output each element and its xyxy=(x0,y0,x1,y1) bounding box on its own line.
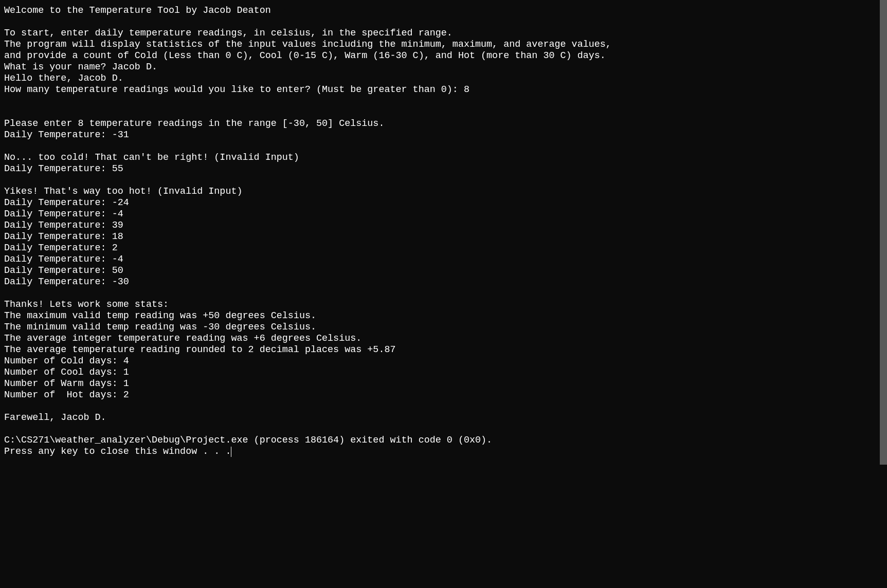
terminal-line: Welcome to the Temperature Tool by Jacob… xyxy=(4,5,883,16)
terminal-line: Press any key to close this window . . . xyxy=(4,446,883,457)
terminal-line: Daily Temperature: -30 xyxy=(4,277,883,288)
terminal-line: Daily Temperature: -31 xyxy=(4,130,883,141)
terminal-line xyxy=(4,424,883,435)
terminal-line xyxy=(4,288,883,299)
terminal-line: Thanks! Lets work some stats: xyxy=(4,299,883,310)
terminal-line: C:\CS271\weather_analyzer\Debug\Project.… xyxy=(4,435,883,446)
terminal-line: The minimum valid temp reading was -30 d… xyxy=(4,322,883,333)
terminal-line: Daily Temperature: 2 xyxy=(4,243,883,254)
terminal-line: Daily Temperature: 55 xyxy=(4,163,883,175)
terminal-line xyxy=(4,175,883,186)
terminal-line: Yikes! That's way too hot! (Invalid Inpu… xyxy=(4,186,883,197)
terminal-line xyxy=(4,16,883,28)
terminal-line: Daily Temperature: -4 xyxy=(4,254,883,265)
terminal-line: Please enter 8 temperature readings in t… xyxy=(4,118,883,130)
terminal-line: Farewell, Jacob D. xyxy=(4,412,883,424)
terminal-line: Daily Temperature: 50 xyxy=(4,265,883,277)
terminal-line xyxy=(4,107,883,118)
terminal-line: Daily Temperature: -4 xyxy=(4,209,883,220)
terminal-line: The average temperature reading rounded … xyxy=(4,344,883,356)
terminal-line: Daily Temperature: -24 xyxy=(4,197,883,209)
terminal-line: Daily Temperature: 39 xyxy=(4,220,883,231)
terminal-line: The average integer temperature reading … xyxy=(4,333,883,344)
scrollbar-track[interactable] xyxy=(880,0,887,588)
terminal-output[interactable]: Welcome to the Temperature Tool by Jacob… xyxy=(0,0,887,588)
terminal-line: Daily Temperature: 18 xyxy=(4,231,883,243)
terminal-line: To start, enter daily temperature readin… xyxy=(4,28,883,39)
terminal-line: Number of Warm days: 1 xyxy=(4,378,883,390)
terminal-line: The program will display statistics of t… xyxy=(4,39,883,50)
terminal-line: and provide a count of Cold (Less than 0… xyxy=(4,50,883,62)
terminal-line xyxy=(4,96,883,107)
terminal-line: How many temperature readings would you … xyxy=(4,84,883,96)
terminal-line: The maximum valid temp reading was +50 d… xyxy=(4,310,883,322)
terminal-line: Number of Hot days: 2 xyxy=(4,390,883,401)
terminal-line: What is your name? Jacob D. xyxy=(4,62,883,73)
terminal-line: No... too cold! That can't be right! (In… xyxy=(4,152,883,163)
text-cursor xyxy=(231,447,231,457)
terminal-line xyxy=(4,141,883,152)
terminal-line: Number of Cold days: 4 xyxy=(4,356,883,367)
terminal-line: Hello there, Jacob D. xyxy=(4,73,883,84)
terminal-line xyxy=(4,401,883,412)
terminal-line: Number of Cool days: 1 xyxy=(4,367,883,378)
scrollbar-thumb[interactable] xyxy=(880,0,887,465)
